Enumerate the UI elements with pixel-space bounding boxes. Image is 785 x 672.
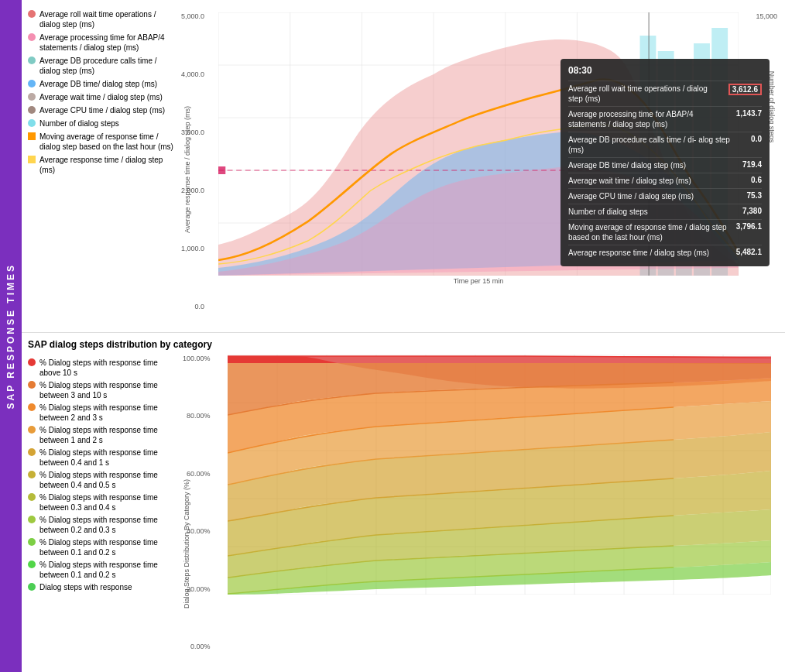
tooltip-label-7: Moving average of response time / dialog… — [568, 222, 736, 242]
b-legend-item-2: % Dialog steps with response time betwee… — [28, 403, 175, 423]
b-legend-item-0: % Dialog steps with response time above … — [28, 358, 175, 378]
b-legend-dot-8 — [28, 538, 36, 546]
b-legend-dot-7 — [28, 516, 36, 523]
legend-label-0: Average roll wait time operations / dial… — [39, 9, 175, 29]
top-legend: Average roll wait time operations / dial… — [28, 6, 175, 326]
legend-item-4: Average wait time / dialog step (ms) — [28, 92, 175, 102]
tooltip-row-5: Average CPU time / dialog step (ms) 75.3 — [568, 188, 762, 204]
legend-item-5: Average CPU time / dialog step (ms) — [28, 105, 175, 115]
b-legend-dot-0 — [28, 358, 36, 366]
b-legend-dot-10 — [28, 583, 36, 591]
right-y-tick: 15,000 — [756, 12, 777, 20]
by-tick-2: 60.00% — [187, 470, 211, 478]
bottom-y-axis-label: Dialog Steps Distribution By Category (%… — [183, 479, 190, 609]
legend-dot-7 — [28, 132, 36, 140]
b-legend-label-9: % Dialog steps with response time betwee… — [39, 560, 175, 580]
top-chart-area: Average roll wait time operations / dial… — [28, 6, 779, 326]
tooltip-label-4: Average wait time / dialog step (ms) — [568, 176, 751, 186]
legend-item-3: Average DB time/ dialog step (ms) — [28, 79, 175, 89]
tooltip-time: 08:30 — [568, 65, 762, 76]
bottom-chart-svg: 03 04 05 06 07 08 09 10 11 12 — [228, 355, 771, 595]
legend-label-8: Average response time / dialog step (ms) — [39, 155, 175, 175]
y-tick-5: 0.0 — [195, 303, 205, 310]
b-legend-label-7: % Dialog steps with response time betwee… — [39, 515, 175, 535]
legend-dot-3 — [28, 80, 36, 87]
top-chart-container: 5,000.0 4,000.0 3,000.0 2,000.0 1,000.0 … — [181, 6, 779, 326]
b-legend-label-1: % Dialog steps with response time betwee… — [39, 380, 175, 400]
tooltip-label-3: Average DB time/ dialog step (ms) — [568, 160, 742, 170]
legend-dot-8 — [28, 156, 36, 163]
svg-rect-20 — [218, 166, 225, 174]
by-tick-0: 100.00% — [183, 355, 211, 362]
x-axis-label: Time per 15 min — [218, 277, 739, 285]
b-legend-dot-1 — [28, 381, 36, 389]
tooltip-value-7: 3,796.1 — [736, 222, 762, 231]
b-legend-item-3: % Dialog steps with response time betwee… — [28, 425, 175, 445]
tooltip-row-1: Average processing time for ABAP/4 state… — [568, 106, 762, 132]
b-legend-item-8: % Dialog steps with response time betwee… — [28, 537, 175, 557]
tooltip-label-6: Number of dialog steps — [568, 207, 742, 217]
legend-label-6: Number of dialog steps — [39, 118, 119, 129]
tooltip-value-6: 7,380 — [742, 207, 762, 215]
legend-dot-2 — [28, 57, 36, 64]
bottom-chart-area: % Dialog steps with response time above … — [28, 355, 779, 666]
b-legend-dot-2 — [28, 403, 36, 411]
tooltip-value-3: 719.4 — [742, 160, 762, 169]
legend-label-4: Average wait time / dialog step (ms) — [39, 92, 163, 102]
b-legend-label-0: % Dialog steps with response time above … — [39, 358, 175, 378]
b-legend-dot-5 — [28, 471, 36, 478]
legend-item-2: Average DB procedure calls time / dialog… — [28, 56, 175, 76]
tooltip-value-1: 1,143.7 — [736, 109, 762, 118]
legend-label-2: Average DB procedure calls time / dialog… — [39, 56, 175, 76]
tooltip-value-4: 0.6 — [751, 176, 762, 184]
b-legend-label-6: % Dialog steps with response time betwee… — [39, 492, 175, 513]
b-legend-label-3: % Dialog steps with response time betwee… — [39, 425, 175, 445]
tooltip-row-3: Average DB time/ dialog step (ms) 719.4 — [568, 157, 762, 173]
tooltip-label-0: Average roll wait time operations / dial… — [568, 84, 728, 104]
legend-item-6: Number of dialog steps — [28, 118, 175, 129]
legend-dot-4 — [28, 93, 36, 101]
bottom-section-title: SAP dialog steps distribution by categor… — [28, 339, 779, 350]
tooltip-row-0: Average roll wait time operations / dial… — [568, 81, 762, 106]
b-legend-dot-3 — [28, 426, 36, 434]
tooltip-row-6: Number of dialog steps 7,380 — [568, 204, 762, 219]
tooltip-row-8: Average response time / dialog step (ms)… — [568, 245, 762, 260]
legend-item-8: Average response time / dialog step (ms) — [28, 155, 175, 175]
bottom-section: SAP dialog steps distribution by categor… — [22, 333, 785, 672]
legend-label-3: Average DB time/ dialog step (ms) — [39, 79, 157, 89]
y-tick-0: 5,000.0 — [181, 12, 204, 20]
legend-dot-0 — [28, 10, 36, 18]
b-legend-dot-6 — [28, 493, 36, 501]
top-section: Average roll wait time operations / dial… — [22, 0, 785, 333]
tooltip-row-4: Average wait time / dialog step (ms) 0.6 — [568, 173, 762, 188]
tooltip-label-5: Average CPU time / dialog step (ms) — [568, 191, 747, 201]
legend-label-5: Average CPU time / dialog step (ms) — [39, 105, 165, 115]
legend-item-7: Moving average of response time / dialog… — [28, 132, 175, 152]
b-legend-item-9: % Dialog steps with response time betwee… — [28, 560, 175, 580]
by-tick-5: 0.00% — [190, 643, 211, 650]
b-legend-item-10: Dialog steps with response — [28, 582, 175, 592]
tooltip-label-2: Average DB procedure calls time / di- al… — [568, 135, 751, 155]
tooltip-value-8: 5,482.1 — [736, 248, 762, 256]
b-legend-dot-4 — [28, 448, 36, 456]
y-tick-4: 1,000.0 — [181, 245, 204, 252]
bottom-chart-container: 100.00% 80.00% 60.00% 40.00% 20.00% 0.00… — [181, 355, 779, 666]
sidebar: SAP RESPONSE TIMES — [0, 0, 22, 672]
b-legend-label-2: % Dialog steps with response time betwee… — [39, 403, 175, 423]
tooltip-row-2: Average DB procedure calls time / di- al… — [568, 132, 762, 157]
legend-dot-5 — [28, 106, 36, 114]
legend-dot-6 — [28, 119, 36, 127]
by-tick-1: 80.00% — [187, 412, 211, 420]
b-legend-label-4: % Dialog steps with response time betwee… — [39, 447, 175, 468]
tooltip-value-2: 0.0 — [751, 135, 762, 143]
b-legend-dot-9 — [28, 561, 36, 568]
sidebar-label: SAP RESPONSE TIMES — [5, 263, 16, 409]
tooltip-label-8: Average response time / dialog step (ms) — [568, 248, 736, 258]
b-legend-label-8: % Dialog steps with response time betwee… — [39, 537, 175, 557]
legend-item-1: Average processing time for ABAP/4 state… — [28, 33, 175, 53]
bottom-legend: % Dialog steps with response time above … — [28, 355, 175, 666]
b-legend-item-5: % Dialog steps with response time betwee… — [28, 470, 175, 490]
legend-label-7: Moving average of response time / dialog… — [39, 132, 175, 152]
b-legend-item-6: % Dialog steps with response time betwee… — [28, 492, 175, 513]
b-legend-label-10: Dialog steps with response — [39, 582, 132, 592]
